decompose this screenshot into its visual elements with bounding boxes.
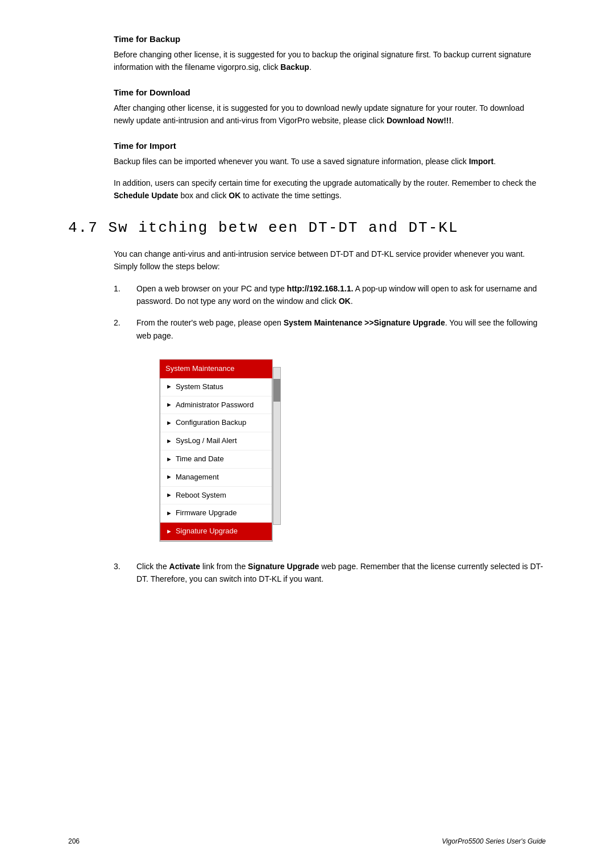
- steps-list: 1. Open a web browser on your PC and typ…: [114, 282, 546, 586]
- step-2: 2. From the router's web page, please op…: [114, 316, 546, 551]
- system-maintenance-bold: System Maintenance >>Signature Upgrade: [284, 318, 445, 327]
- time-for-import-section: Time for Import Backup files can be impo…: [68, 141, 546, 202]
- time-for-backup-heading: Time for Backup: [114, 34, 546, 44]
- menu-header: System Maintenance: [160, 360, 272, 378]
- chapter-intro: You can change anti-virus and anti-intru…: [114, 248, 546, 273]
- signature-upgrade-bold: Signature Upgrade: [248, 562, 319, 571]
- step-3: 3. Click the Activate link from the Sign…: [114, 560, 546, 586]
- menu-item-label-3: Configuration Backup: [176, 417, 246, 429]
- menu-item-label-2: Administrator Password: [176, 399, 254, 411]
- schedule-update-bold: Schedule Update: [114, 191, 179, 200]
- time-for-import-paragraph2: In addition, users can specify certain t…: [114, 177, 546, 202]
- chapter-section: You can change anti-virus and anti-intru…: [68, 248, 546, 586]
- step-2-number: 2.: [114, 316, 136, 329]
- footer-page-number: 206: [68, 837, 80, 845]
- activate-bold: Activate: [169, 562, 200, 571]
- arrow-icon-2: ►: [166, 400, 172, 410]
- step-1-content: Open a web browser on your PC and type h…: [136, 282, 546, 308]
- page-footer: 206 VigorPro5500 Series User's Guide: [0, 837, 614, 845]
- menu-item-label-8: Firmware Upgrade: [176, 507, 237, 519]
- menu-scrollbar[interactable]: [273, 367, 281, 525]
- time-for-import-heading: Time for Import: [114, 141, 546, 151]
- menu-wrapper: System Maintenance ► System Status ► Adm…: [136, 350, 546, 551]
- menu-item-label-6: Management: [176, 471, 219, 483]
- time-for-download-heading: Time for Download: [114, 87, 546, 97]
- time-for-import-paragraph1: Backup files can be imported whenever yo…: [114, 155, 546, 168]
- menu-item-firmware[interactable]: ► Firmware Upgrade: [160, 504, 272, 523]
- arrow-icon-8: ►: [166, 508, 172, 519]
- step-1: 1. Open a web browser on your PC and typ…: [114, 282, 546, 308]
- menu-item-syslog[interactable]: ► SysLog / Mail Alert: [160, 432, 272, 450]
- footer-title: VigorPro5500 Series User's Guide: [442, 837, 546, 845]
- time-for-download-section: Time for Download After changing other l…: [68, 87, 546, 127]
- step-3-number: 3.: [114, 560, 136, 573]
- step-2-content: From the router's web page, please open …: [136, 316, 546, 551]
- backup-bold: Backup: [280, 62, 309, 72]
- menu-item-label-9: Signature Upgrade: [176, 525, 238, 537]
- time-for-backup-paragraph: Before changing other license, it is sug…: [114, 48, 546, 74]
- menu-item-label-4: SysLog / Mail Alert: [176, 435, 237, 447]
- arrow-icon-1: ►: [166, 382, 172, 392]
- import-bold: Import: [469, 157, 494, 166]
- menu-item-reboot[interactable]: ► Reboot System: [160, 487, 272, 505]
- menu-item-time-date[interactable]: ► Time and Date: [160, 450, 272, 469]
- arrow-icon-4: ►: [166, 436, 172, 446]
- arrow-icon-5: ►: [166, 454, 172, 465]
- time-for-download-paragraph: After changing other license, it is sugg…: [114, 102, 546, 127]
- menu-item-label-1: System Status: [176, 381, 223, 393]
- menu-item-signature[interactable]: ► Signature Upgrade: [160, 523, 272, 541]
- menu-item-label-5: Time and Date: [176, 453, 224, 465]
- arrow-icon-6: ►: [166, 472, 172, 482]
- page-container: Time for Backup Before changing other li…: [0, 0, 614, 868]
- ok-bold-2: OK: [339, 297, 351, 306]
- scrollbar-thumb: [273, 379, 280, 402]
- menu-item-management[interactable]: ► Management: [160, 469, 272, 487]
- ok-bold: OK: [229, 191, 240, 200]
- menu-item-config-backup[interactable]: ► Configuration Backup: [160, 414, 272, 432]
- menu-item-label-7: Reboot System: [176, 490, 226, 502]
- system-maintenance-menu: System Maintenance ► System Status ► Adm…: [159, 359, 273, 542]
- arrow-icon-3: ►: [166, 418, 172, 428]
- chapter-heading: 4.7 Sw itching betw een DT-DT and DT-KL: [68, 219, 546, 236]
- arrow-icon-9: ►: [166, 527, 172, 537]
- menu-body: ► System Status ► Administrator Password…: [160, 378, 272, 541]
- arrow-icon-7: ►: [166, 490, 172, 500]
- step-1-number: 1.: [114, 282, 136, 295]
- time-for-backup-section: Time for Backup Before changing other li…: [68, 34, 546, 74]
- step-3-content: Click the Activate link from the Signatu…: [136, 560, 546, 586]
- menu-item-admin-password[interactable]: ► Administrator Password: [160, 397, 272, 415]
- menu-item-system-status[interactable]: ► System Status: [160, 378, 272, 397]
- url-bold: http://192.168.1.1.: [287, 284, 354, 293]
- download-now-bold: Download Now!!!: [387, 116, 451, 125]
